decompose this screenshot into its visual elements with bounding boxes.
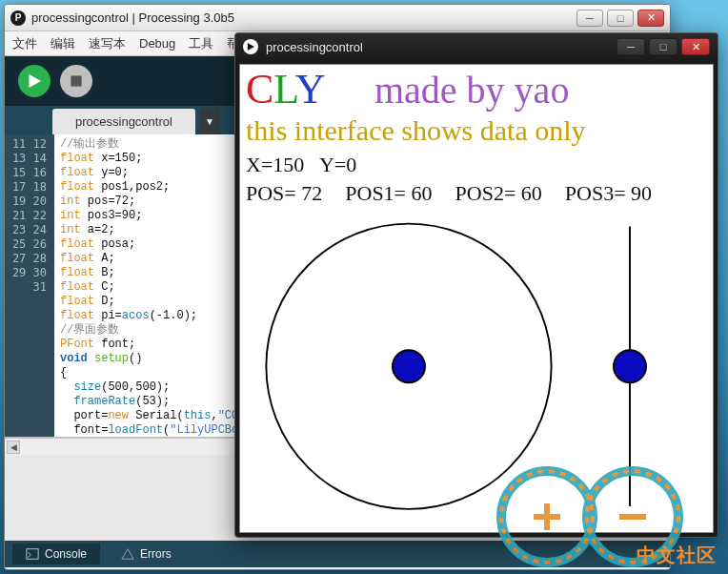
tab-dropdown-button[interactable]: ▼ bbox=[199, 108, 220, 134]
scroll-left-button[interactable]: ◀ bbox=[7, 441, 20, 454]
heading-byline: made by yao bbox=[374, 69, 569, 112]
heading-c: C bbox=[246, 66, 273, 113]
sketch-titlebar[interactable]: processingcontrol ─ □ ✕ bbox=[235, 33, 718, 60]
ide-maximize-button[interactable]: □ bbox=[607, 10, 634, 27]
sketch-close-button[interactable]: ✕ bbox=[681, 38, 710, 55]
sketch-title-text: processingcontrol bbox=[266, 40, 617, 54]
menu-edit[interactable]: 编辑 bbox=[51, 35, 75, 52]
errors-tab[interactable]: Errors bbox=[108, 543, 185, 564]
xy-readout: X=150 Y=0 bbox=[246, 153, 356, 177]
heading-l: L bbox=[273, 66, 294, 113]
svg-rect-2 bbox=[27, 549, 38, 560]
sketch-maximize-button[interactable]: □ bbox=[649, 38, 677, 55]
value-pos2: 60 bbox=[521, 181, 542, 205]
sketch-drawing bbox=[248, 217, 705, 524]
svg-marker-4 bbox=[248, 43, 254, 51]
menu-sketch[interactable]: 速写本 bbox=[89, 35, 126, 52]
value-pos3: 90 bbox=[631, 181, 652, 205]
sketch-minimize-button[interactable]: ─ bbox=[617, 38, 645, 55]
heading-y: Y bbox=[295, 66, 324, 113]
console-tab-label: Console bbox=[45, 547, 87, 561]
value-pos: 72 bbox=[301, 181, 322, 205]
console-icon bbox=[26, 547, 39, 561]
sketch-app-icon bbox=[243, 39, 258, 54]
value-x: 150 bbox=[273, 153, 304, 176]
stop-icon bbox=[70, 74, 83, 88]
line-gutter: 11 12 13 14 15 16 17 18 19 20 21 22 23 2… bbox=[5, 134, 54, 437]
pos-readout: POS= 72 POS1= 60 POS2= 60 POS3= 90 bbox=[246, 181, 652, 206]
menu-tools[interactable]: 工具 bbox=[189, 35, 213, 52]
ide-title-text: processingcontrol | Processing 3.0b5 bbox=[31, 10, 576, 25]
play-icon bbox=[28, 74, 41, 88]
ide-bottombar: Console Errors bbox=[5, 541, 670, 567]
sketch-canvas: CLY made by yao this interface shows dat… bbox=[239, 64, 714, 533]
svg-rect-1 bbox=[71, 75, 81, 86]
sketch-output-window: processingcontrol ─ □ ✕ CLY made by yao … bbox=[234, 32, 718, 538]
sketch-tab[interactable]: processingcontrol bbox=[52, 109, 195, 134]
menu-file[interactable]: 文件 bbox=[12, 35, 37, 52]
errors-tab-label: Errors bbox=[140, 547, 172, 561]
svg-marker-0 bbox=[29, 74, 41, 88]
run-button[interactable] bbox=[18, 65, 51, 97]
menu-debug[interactable]: Debug bbox=[139, 36, 175, 51]
dot-right bbox=[614, 350, 646, 382]
heading: CLY made by yao bbox=[246, 65, 569, 113]
processing-logo-icon: P bbox=[10, 10, 26, 26]
ide-titlebar[interactable]: P processingcontrol | Processing 3.0b5 ─… bbox=[5, 5, 670, 31]
svg-marker-3 bbox=[122, 549, 133, 560]
subtitle: this interface shows data only bbox=[246, 114, 586, 147]
console-tab[interactable]: Console bbox=[12, 543, 100, 564]
warning-icon bbox=[121, 547, 134, 561]
value-y: 0 bbox=[346, 153, 356, 176]
ide-minimize-button[interactable]: ─ bbox=[576, 10, 603, 27]
ide-close-button[interactable]: ✕ bbox=[637, 10, 664, 27]
value-pos1: 60 bbox=[412, 181, 433, 205]
dot-left bbox=[393, 350, 425, 382]
stop-button[interactable] bbox=[60, 65, 92, 97]
